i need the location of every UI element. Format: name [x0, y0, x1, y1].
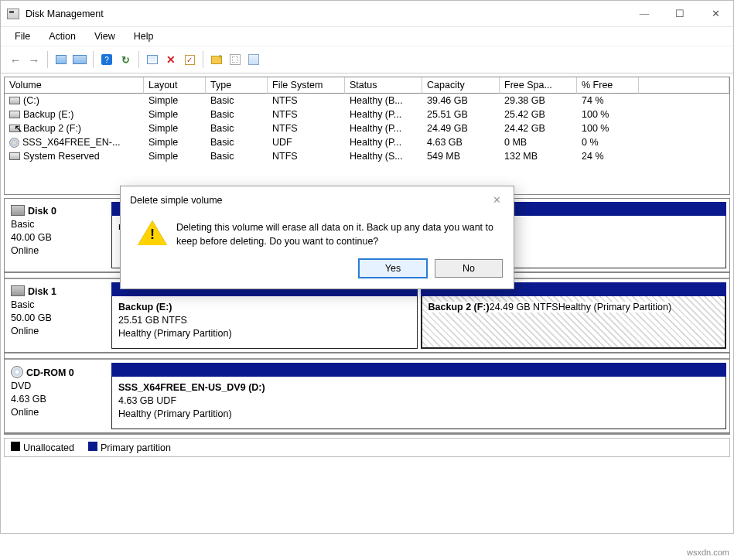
volume-cell[interactable]: 24.49 GB	[422, 121, 500, 135]
column-header[interactable]: File System	[268, 77, 345, 94]
partition[interactable]: Backup 2 (F:)24.49 GB NTFSHealthy (Prima…	[421, 282, 727, 349]
partition-name: Backup (E:)	[118, 301, 411, 314]
volume-cell[interactable]	[639, 94, 729, 108]
partition-fs: 24.49 GB NTFS	[490, 302, 558, 312]
legend-primary: Primary partition	[101, 442, 171, 453]
refresh-button[interactable]	[117, 51, 134, 68]
volume-cell[interactable]: 74 %	[577, 94, 639, 108]
volume-cell[interactable]: 0 MB	[500, 135, 577, 149]
volume-cell[interactable]: Basic	[206, 135, 268, 149]
back-button[interactable]	[7, 51, 24, 68]
volume-cell[interactable]: Simple	[144, 108, 206, 121]
toolbar: ? ✕ ✓	[1, 46, 733, 73]
toolbar-separator	[138, 51, 139, 68]
partition-body[interactable]: Backup 2 (F:)24.49 GB NTFSHealthy (Prima…	[421, 296, 727, 349]
volume-cell[interactable]: System Reserved	[5, 149, 144, 163]
volume-name: (C:)	[23, 95, 39, 106]
dialog-message: Deleting this volume will erase all data…	[176, 220, 500, 248]
warning-icon	[138, 220, 164, 244]
folder-up-button[interactable]	[208, 51, 225, 68]
volume-cell[interactable]	[639, 108, 729, 121]
dialog-close-button[interactable]: ✕	[488, 193, 506, 208]
volume-cell[interactable]: (C:)	[5, 94, 144, 108]
volume-cell[interactable]: Basic	[206, 94, 268, 108]
drive-icon	[9, 97, 20, 104]
volume-cell[interactable]: NTFS	[268, 149, 345, 163]
column-header[interactable]: Layout	[144, 77, 206, 94]
legend-unallocated: Unallocated	[23, 442, 74, 453]
apply-button[interactable]: ✓	[181, 51, 198, 68]
disk-type: Basic	[11, 218, 107, 231]
delete-button[interactable]: ✕	[162, 51, 179, 68]
column-header[interactable]: % Free	[577, 77, 639, 94]
minimize-button[interactable]: —	[626, 1, 662, 26]
volume-cell[interactable]: SSS_X64FREE_EN-...	[5, 135, 144, 149]
close-button[interactable]: ✕	[698, 1, 733, 26]
column-header[interactable]: Capacity	[422, 77, 500, 94]
partition-fs: 4.63 GB UDF	[118, 394, 719, 408]
toolbar-separator	[203, 51, 203, 68]
volume-cell[interactable]: Backup (E:)	[5, 108, 144, 121]
customize-view-button[interactable]	[71, 51, 88, 68]
volume-cell[interactable]: 549 MB	[422, 149, 500, 163]
volume-cell[interactable]: Simple	[144, 149, 206, 163]
volume-cell[interactable]: NTFS	[268, 94, 345, 108]
volume-cell[interactable]: Healthy (P...	[345, 121, 422, 135]
volume-cell[interactable]: NTFS	[268, 108, 345, 121]
volume-cell[interactable]: 25.42 GB	[500, 108, 577, 121]
volume-cell[interactable]: Healthy (B...	[345, 94, 422, 108]
menu-view[interactable]: View	[87, 29, 123, 43]
volume-cell[interactable]: Basic	[206, 108, 268, 121]
volume-cell[interactable]: 24 %	[577, 149, 639, 163]
drive-icon	[9, 125, 20, 132]
forward-button[interactable]	[26, 51, 43, 68]
volume-cell[interactable]: 0 %	[577, 135, 639, 149]
volume-cell[interactable]: Healthy (P...	[345, 108, 422, 121]
partition[interactable]: SSS_X64FREE_EN-US_DV9 (D:)4.63 GB UDFHea…	[111, 363, 726, 429]
window-title: Disk Management	[26, 9, 104, 19]
maximize-button[interactable]: ☐	[662, 1, 698, 26]
help-button[interactable]: ?	[98, 51, 115, 68]
volume-cell[interactable]: 39.46 GB	[422, 94, 500, 108]
connect-button[interactable]	[144, 51, 161, 68]
volume-cell[interactable]: Basic	[206, 149, 268, 163]
yes-button[interactable]: Yes	[359, 259, 427, 278]
menu-file[interactable]: File	[7, 29, 38, 43]
partition-body[interactable]: SSS_X64FREE_EN-US_DV9 (D:)4.63 GB UDFHea…	[111, 377, 726, 429]
volume-cell[interactable]: 4.63 GB	[422, 135, 500, 149]
volume-cell[interactable]	[639, 135, 729, 149]
partition[interactable]: Backup (E:)25.51 GB NTFSHealthy (Primary…	[111, 282, 418, 349]
volume-cell[interactable]: 29.38 GB	[500, 94, 577, 108]
volume-cell[interactable]: 25.51 GB	[422, 108, 500, 121]
column-header[interactable]: Type	[206, 77, 268, 94]
column-header[interactable]: Free Spa...	[500, 77, 577, 94]
volume-cell[interactable]: Simple	[144, 135, 206, 149]
volume-cell[interactable]: Backup 2 (F:)↖	[5, 121, 144, 135]
volume-cell[interactable]: 100 %	[577, 108, 639, 121]
volume-cell[interactable]: Healthy (S...	[345, 149, 422, 163]
volume-cell[interactable]: Basic	[206, 121, 268, 135]
volume-list[interactable]: VolumeLayoutTypeFile SystemStatusCapacit…	[4, 77, 730, 195]
volume-cell[interactable]: Simple	[144, 94, 206, 108]
partition-fs: 25.51 GB NTFS	[118, 314, 411, 327]
no-button[interactable]: No	[435, 259, 503, 278]
volume-cell[interactable]: UDF	[268, 135, 345, 149]
volume-cell[interactable]: Healthy (P...	[345, 135, 422, 149]
properties-button[interactable]	[227, 51, 244, 68]
column-header[interactable]: Status	[345, 77, 422, 94]
volume-name: System Reserved	[23, 151, 100, 162]
partition-body[interactable]: Backup (E:)25.51 GB NTFSHealthy (Primary…	[111, 296, 418, 349]
settings-button[interactable]	[245, 51, 262, 68]
volume-cell[interactable]: 100 %	[577, 121, 639, 135]
menu-help[interactable]: Help	[126, 29, 162, 43]
volume-cell[interactable]: 132 MB	[500, 149, 577, 163]
volume-cell[interactable]: 24.42 GB	[500, 121, 577, 135]
volume-cell[interactable]: NTFS	[268, 121, 345, 135]
volume-cell[interactable]	[639, 121, 729, 135]
show-hide-tree-button[interactable]	[53, 51, 70, 68]
partition-name: Backup 2 (F:)	[428, 302, 490, 312]
volume-cell[interactable]: Simple	[144, 121, 206, 135]
menu-action[interactable]: Action	[41, 29, 84, 43]
column-header[interactable]: Volume	[5, 77, 144, 94]
volume-cell[interactable]	[639, 149, 729, 163]
